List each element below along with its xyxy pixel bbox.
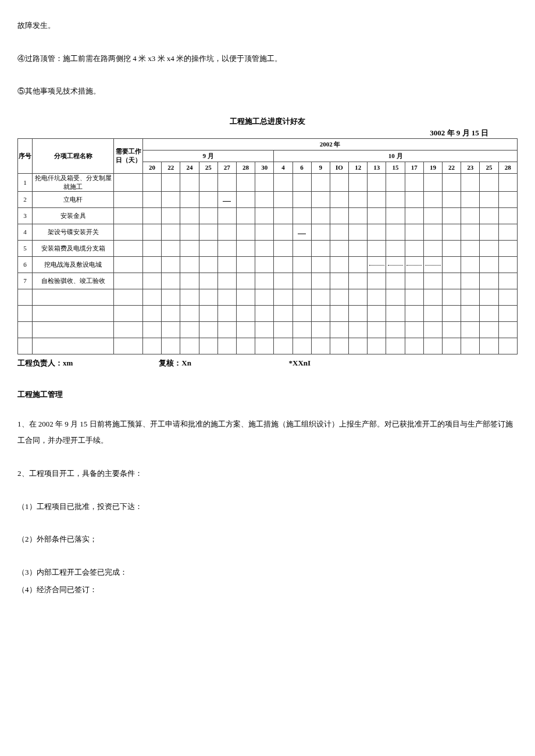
day-head: 23: [461, 162, 480, 173]
chart-date: 3002 年 9 月 15 日: [17, 128, 518, 138]
row-num: 3: [18, 207, 33, 224]
gantt-bar: [423, 256, 442, 273]
day-head: 22: [162, 162, 180, 173]
section-heading: 工程施工管理: [17, 389, 518, 400]
day-head: 30: [255, 162, 274, 173]
table-row: 4 架设号碟安装开关: [18, 224, 518, 240]
paragraph-2: ④过路顶管：施工前需在路两侧挖 4 米 x3 米 x4 米的操作坑，以便于顶管施…: [17, 51, 518, 67]
table-row: [18, 338, 518, 354]
day-head: 9: [311, 162, 330, 173]
management-item-4: （2）外部条件已落实；: [17, 531, 518, 548]
day-head: IO: [330, 162, 348, 173]
header-year: 2002 年: [143, 138, 518, 150]
day-head: 13: [368, 162, 386, 173]
day-head: 28: [498, 162, 517, 173]
header-days: 需要工作日（天）: [114, 138, 143, 173]
gantt-bar: [405, 256, 423, 273]
table-row: 7 自检验骐收、竣工验收: [18, 273, 518, 289]
gantt-bar: [368, 256, 386, 273]
table-row: [18, 289, 518, 305]
row-num: 4: [18, 224, 33, 240]
management-item-3: （1）工程项目已批准，投资已下达：: [17, 499, 518, 515]
row-name: 架设号碟安装开关: [33, 224, 114, 240]
header-seq: 序号: [18, 138, 33, 173]
header-name: 分项工程名称: [33, 138, 114, 173]
row-name: 抡电仟坑及箱受、分支制屋就施工: [33, 173, 114, 191]
row-name: 安装金具: [33, 207, 114, 224]
table-row: 6 挖电战海及敷设电城: [18, 256, 518, 273]
day-head: 28: [236, 162, 255, 173]
table-row: [18, 305, 518, 321]
header-month-sep: 9 月: [143, 150, 274, 162]
table-row: [18, 321, 518, 338]
paragraph-1: 故障发生。: [17, 17, 518, 34]
table-row: 2 立电杆: [18, 191, 518, 207]
management-item-5: （3）内部工程开工会签已完成：: [17, 564, 518, 581]
management-item-6: （4）经济合同已签订：: [17, 582, 518, 599]
row-name: 安装箱费及电缆分支箱: [33, 240, 114, 256]
row-name: 自检验骐收、竣工验收: [33, 273, 114, 289]
gantt-bar: [217, 191, 236, 207]
chart-title: 工程施工总进度计好友: [17, 116, 518, 127]
table-footer: 工程负责人：xm 复核：Xn *XXnI: [17, 358, 518, 368]
gantt-bar: [293, 224, 311, 240]
day-head: 20: [143, 162, 162, 173]
table-row: 3 安装金具: [18, 207, 518, 224]
management-item-2: 2、工程项目开工，具备的主要条件：: [17, 465, 518, 482]
header-month-oct: 10 月: [274, 150, 518, 162]
day-head: 17: [405, 162, 423, 173]
management-item-1: 1、在 2002 年 9 月 15 日前将施工预算、开工申请和批准的施工方案、施…: [17, 416, 518, 449]
paragraph-3: ⑤其他事项见技术措施。: [17, 83, 518, 100]
gantt-table: 序号 分项工程名称 需要工作日（天） 2002 年 9 月 10 月 20 22…: [17, 138, 518, 354]
row-num: 1: [18, 173, 33, 191]
reviewer: 复核：Xn: [159, 358, 287, 368]
day-head: 19: [423, 162, 442, 173]
day-head: 12: [349, 162, 368, 173]
row-num: 5: [18, 240, 33, 256]
row-num: 7: [18, 273, 33, 289]
project-lead: 工程负责人：xm: [17, 358, 157, 368]
row-name: 挖电战海及敷设电城: [33, 256, 114, 273]
day-head: 25: [480, 162, 498, 173]
day-head: 24: [180, 162, 199, 173]
row-num: 2: [18, 191, 33, 207]
gantt-bar: [386, 256, 405, 273]
day-head: 4: [274, 162, 293, 173]
table-row: 5 安装箱费及电缆分支箱: [18, 240, 518, 256]
row-name: 立电杆: [33, 191, 114, 207]
day-head: 25: [199, 162, 217, 173]
table-row: 1 抡电仟坑及箱受、分支制屋就施工: [18, 173, 518, 191]
day-head: 15: [386, 162, 405, 173]
footer-right: *XXnI: [289, 359, 311, 368]
day-head: 6: [293, 162, 311, 173]
row-num: 6: [18, 256, 33, 273]
day-head: 22: [443, 162, 461, 173]
day-head: 27: [217, 162, 236, 173]
